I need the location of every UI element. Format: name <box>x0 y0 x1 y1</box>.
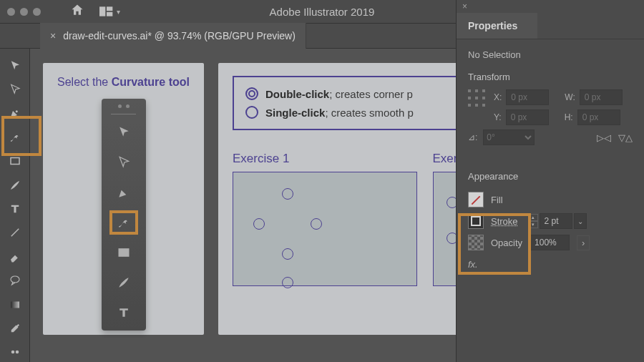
exercise-1-title: Exercise 1 <box>233 152 417 166</box>
close-window-icon[interactable] <box>7 8 15 16</box>
y-label: Y: <box>494 112 502 122</box>
home-icon[interactable] <box>69 3 85 20</box>
fill-row: Fill <box>468 189 633 210</box>
svg-rect-0 <box>99 6 105 16</box>
stroke-row: Stroke ▴▾ ⌄ <box>468 210 633 232</box>
opacity-more-button[interactable]: › <box>577 235 590 250</box>
mini-type-tool-icon <box>109 300 138 325</box>
stroke-swatch[interactable] <box>468 213 484 229</box>
svg-line-5 <box>11 229 19 237</box>
svg-point-9 <box>15 351 19 354</box>
selection-tool[interactable] <box>4 56 26 75</box>
properties-panel: × Properties No Selection Transform X: W… <box>456 0 644 362</box>
rotation-angle-select[interactable]: 0° <box>483 129 535 145</box>
w-input[interactable] <box>580 89 623 105</box>
rectangle-tool[interactable] <box>4 152 26 171</box>
y-input[interactable] <box>506 109 549 125</box>
svg-point-8 <box>11 351 14 354</box>
gradient-tool[interactable] <box>4 295 26 314</box>
fill-swatch[interactable] <box>468 192 484 207</box>
svg-point-6 <box>11 276 19 283</box>
fill-label[interactable]: Fill <box>491 195 503 205</box>
mini-selection-tool-icon <box>109 120 138 145</box>
mini-tool-panel <box>102 99 146 331</box>
opacity-input[interactable] <box>530 235 570 250</box>
selection-status: No Selection <box>468 49 633 60</box>
select-curvature-title: Select the Curvature tool <box>57 76 190 89</box>
svg-rect-2 <box>107 12 112 16</box>
type-tool[interactable] <box>4 199 26 218</box>
mini-brush-tool-icon <box>109 270 138 295</box>
placeholder-tool[interactable] <box>4 343 26 362</box>
opacity-row: Opacity › <box>468 232 633 253</box>
pen-tool[interactable] <box>4 104 26 123</box>
h-input[interactable] <box>577 109 620 125</box>
w-label: W: <box>565 92 575 102</box>
exercise-1: Exercise 1 <box>233 152 417 286</box>
angle-label: ⊿: <box>468 132 477 142</box>
flip-vertical-icon[interactable]: ▽△ <box>618 132 633 143</box>
opacity-swatch-icon[interactable] <box>468 235 484 250</box>
opacity-label[interactable]: Opacity <box>491 238 522 248</box>
paintbrush-tool[interactable] <box>4 175 26 195</box>
stroke-weight-stepper[interactable]: ▴▾ <box>528 214 538 228</box>
x-label: X: <box>494 92 502 102</box>
minimize-window-icon[interactable] <box>20 8 28 16</box>
svg-point-3 <box>15 111 17 113</box>
stroke-label[interactable]: Stroke <box>491 216 518 227</box>
mini-pen-tool-icon <box>109 180 138 205</box>
document-tab-label: draw-edit-curves.ai* @ 93.74% (RGB/GPU P… <box>63 30 296 41</box>
svg-rect-10 <box>119 249 128 256</box>
mini-curvature-tool-icon <box>109 210 138 235</box>
stroke-weight-input[interactable] <box>540 213 572 229</box>
instruction-card-select-tool: Select the Curvature tool <box>43 63 204 335</box>
eraser-tool[interactable] <box>4 247 26 266</box>
mini-panel-grip <box>106 104 142 108</box>
properties-tab[interactable]: Properties <box>457 13 537 39</box>
eyedropper-tool[interactable] <box>4 318 26 338</box>
document-tab[interactable]: × draw-edit-curves.ai* @ 93.74% (RGB/GPU… <box>40 23 306 49</box>
reference-point-picker[interactable] <box>468 89 485 107</box>
double-circle-icon <box>245 87 258 100</box>
direct-selection-tool[interactable] <box>4 79 26 99</box>
x-input[interactable] <box>506 89 549 105</box>
appearance-section-title: Appearance <box>468 171 633 182</box>
fx-label[interactable]: fx. <box>468 259 478 270</box>
tab-close-icon[interactable]: × <box>50 30 56 41</box>
svg-rect-4 <box>11 158 19 165</box>
comment-tool[interactable] <box>4 271 26 290</box>
h-label: H: <box>565 112 573 122</box>
workspace-layout-dropdown[interactable]: ▾ <box>99 6 120 17</box>
curvature-tool[interactable] <box>4 127 26 147</box>
line-segment-tool[interactable] <box>4 223 26 243</box>
tools-panel <box>0 49 30 362</box>
mini-direct-selection-tool-icon <box>109 150 138 175</box>
exercise-1-box <box>233 172 417 286</box>
mini-rectangle-tool-icon <box>109 240 138 265</box>
window-controls[interactable] <box>7 8 41 16</box>
stroke-weight-dropdown[interactable]: ⌄ <box>574 213 587 229</box>
flip-horizontal-icon[interactable]: ▷◁ <box>597 132 611 143</box>
transform-section-title: Transform <box>468 72 633 82</box>
svg-rect-1 <box>107 6 112 11</box>
svg-rect-7 <box>11 301 19 308</box>
single-circle-icon <box>245 106 258 119</box>
zoom-window-icon[interactable] <box>33 8 41 16</box>
panel-close-icon[interactable]: × <box>457 0 644 13</box>
